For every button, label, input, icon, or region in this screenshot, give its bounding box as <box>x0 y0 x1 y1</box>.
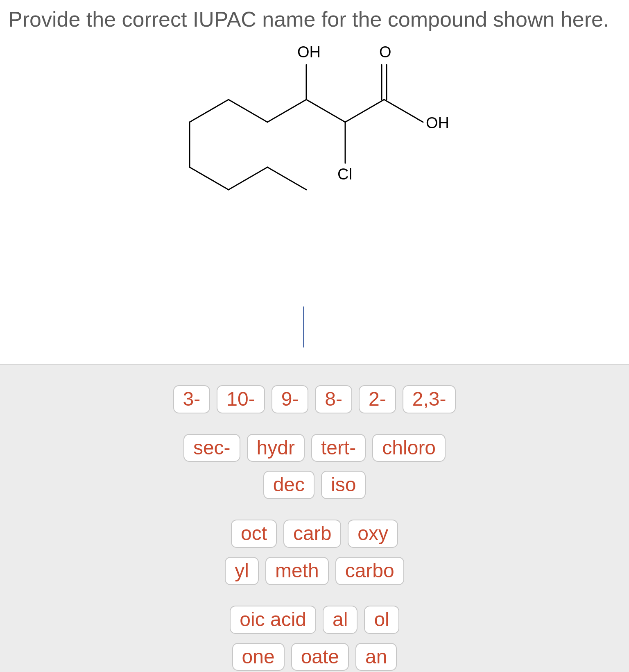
text-cursor <box>303 306 304 347</box>
svg-line-6 <box>267 100 306 122</box>
fragment-tile[interactable]: 8- <box>315 385 352 413</box>
fragment-tile[interactable]: dec <box>263 471 314 499</box>
group-separator <box>0 508 629 520</box>
fragment-tile[interactable]: carb <box>283 520 341 548</box>
fragment-tile[interactable]: ol <box>364 606 399 634</box>
answer-drop-zone[interactable] <box>0 294 629 365</box>
label-o: O <box>379 43 391 61</box>
label-oh-top: OH <box>297 43 321 61</box>
fragment-tile[interactable]: tert- <box>311 434 366 462</box>
fragment-tile[interactable]: carbo <box>335 557 404 585</box>
fragment-tile[interactable]: an <box>355 643 397 671</box>
fragment-tile[interactable]: 2,3- <box>403 385 456 413</box>
label-cl: Cl <box>337 166 352 183</box>
tile-row: oic acidalol <box>0 606 629 634</box>
tile-bank: 3-10-9-8-2-2,3-sec-hydrtert-chlorodeciso… <box>0 365 629 672</box>
fragment-tile[interactable]: oct <box>231 520 277 548</box>
svg-line-3 <box>267 167 306 190</box>
svg-line-1 <box>190 167 229 190</box>
fragment-tile[interactable]: sec- <box>183 434 240 462</box>
fragment-tile[interactable]: iso <box>321 471 366 499</box>
tile-row: 3-10-9-8-2-2,3- <box>0 385 629 413</box>
fragment-tile[interactable]: chloro <box>372 434 446 462</box>
fragment-tile[interactable]: yl <box>225 557 259 585</box>
tile-row: octcarboxy <box>0 520 629 548</box>
svg-line-13 <box>384 100 423 122</box>
fragment-tile[interactable]: oxy <box>348 520 398 548</box>
svg-line-10 <box>345 100 384 122</box>
fragment-tile[interactable]: 9- <box>272 385 309 413</box>
fragment-tile[interactable]: meth <box>265 557 329 585</box>
tile-row: ylmethcarbo <box>0 557 629 585</box>
fragment-tile[interactable]: one <box>232 643 285 671</box>
fragment-tile[interactable]: 10- <box>217 385 265 413</box>
svg-line-5 <box>229 100 267 122</box>
group-separator <box>0 594 629 606</box>
fragment-tile[interactable]: 2- <box>359 385 396 413</box>
svg-line-4 <box>190 100 229 122</box>
fragment-tile[interactable]: 3- <box>173 385 210 413</box>
fragment-tile[interactable]: hydr <box>247 434 305 462</box>
fragment-tile[interactable]: oic acid <box>230 606 316 634</box>
question-prompt: Provide the correct IUPAC name for the c… <box>0 0 629 32</box>
tile-row: sec-hydrtert-chloro <box>0 434 629 462</box>
svg-line-2 <box>229 167 267 190</box>
molecule-diagram: OH O OH Cl <box>0 32 629 294</box>
tile-row: oneoatean <box>0 643 629 671</box>
fragment-tile[interactable]: al <box>323 606 357 634</box>
group-separator <box>0 422 629 434</box>
label-oh-right: OH <box>426 114 449 132</box>
svg-line-8 <box>306 100 345 122</box>
tile-row: deciso <box>0 471 629 499</box>
fragment-tile[interactable]: oate <box>291 643 349 671</box>
